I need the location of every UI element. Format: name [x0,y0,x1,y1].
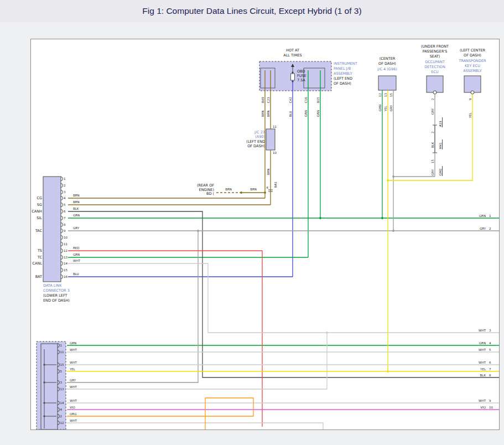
jc23-code: (A90) [255,134,265,139]
ba1-pin-number: 6 [267,186,269,189]
junction-dot-yel-row [387,370,389,372]
occupant-pin-terminal [433,91,437,94]
dlc3-wirecolor-canh: BLK [73,207,79,210]
transponder-name-3: ASSEMBLY [463,69,482,73]
bottom-wirecolor: GRY [70,379,76,382]
hot-at-label: HOT AT [286,48,299,53]
bottom-wirecolor: GRN [70,341,76,345]
occupant-location-2: PASSENGER'S [423,49,448,54]
junction-dot-wht-row [326,332,328,334]
jb-wirecolor-2: BRN [267,110,270,117]
bottom-pin-num: 1 [60,344,63,347]
dlc3-signal-tac: TAC [35,229,43,233]
bottom-pin-num: 5 [60,370,63,373]
jb-wirecolor-1: BRN [261,110,264,117]
dlc3-wirecolor-tac: GRY [73,226,80,230]
wire-canl [68,263,499,333]
dlc3-pin [61,184,63,188]
dlc3-pin-num: 7 [64,216,66,220]
connector-a19-label: A19 [439,121,442,127]
jc4-box [378,76,396,90]
edge-wirecolor: GRN [479,341,486,345]
junction-dot-tac-jc4 [392,230,394,232]
dlc3-pin-num: 13 [64,256,67,259]
junction-dot-bd [240,192,242,194]
edge-wirecolor: WHT [479,399,486,402]
jb-pin-b15: B15 [316,97,320,103]
dlc3-pin [61,236,63,240]
diagram-canvas: HOT AT ALL TIMES OBD FUSE 7.5A INSTRUMEN… [30,39,500,430]
dlc3-pin-num: 11 [64,242,67,246]
dlc3-wirecolor-sg: BRN [73,200,80,204]
edge-wirecolor: GRY [480,227,486,230]
bottom-pin-num: 11 [60,350,64,354]
jb-pin-c42: C42 [289,97,292,103]
connector-gm2-label: GM2 [439,168,442,175]
dlc3-pin [61,256,63,260]
occupant-seg2-color: BLK [431,142,434,148]
jc4-pin-3-num: 15 [389,93,393,97]
occupant-seg3-color: GRY [431,169,434,175]
bottom-pin-num: 14 [60,401,64,405]
bus-junction-dot [43,402,45,404]
junction-dot-occupant [392,175,394,178]
edge-number: 2 [489,227,491,230]
bottom-wirecolor: WHT [70,361,77,364]
dlc3-pin-num: 16 [64,275,67,278]
dlc3-pin [61,216,63,220]
bottom-pin-num: 3 [60,381,63,384]
jb-wirecolor-3: BLU [289,111,292,117]
data-link-connector-3: 1 2 3 4 5 6 7 8 9 10 11 12 13 14 15 16 C… [32,177,80,303]
jb-name-2: PANEL J/B [334,66,351,71]
wire-bottom-wht-13 [67,333,327,389]
dlc3-pin [61,177,63,181]
dlc3-wirecolor-sil: GRN [73,214,80,217]
jc4-pin-2-color: YEL [384,105,387,112]
junction-dot-sil-b15 [319,217,321,219]
wire-bottom-gry [67,231,198,382]
dlc3-name-2: CONNECTOR 3 [43,288,70,293]
bus-junction-dot [43,415,45,417]
jb-name-1: INSTRUMENT [334,61,357,66]
dlc3-signal-canl: CANL [33,261,43,266]
dlc3-wirecolor-bat: BLU [73,272,79,276]
dlc3-pin-num: 6 [64,210,66,213]
junction-dot-tac-bottom [197,230,199,232]
edge-number: 8 [489,374,491,377]
dlc3-pin [61,196,63,200]
dlc3-pin-num: 5 [64,203,66,206]
dlc3-location-2: END OF DASH) [43,298,70,303]
dlc3-signal-bat: BAT [35,275,42,279]
bottom-pin-num: 4 [60,408,63,411]
edge-wirecolor: WHT [479,348,486,351]
dlc3-wirecolor-canl: WHT [73,259,81,262]
edge-wirecolor: WHT [479,329,486,332]
occupant-name-3: ECU [431,70,439,74]
bottom-wirecolor: WHT [70,348,77,351]
dlc3-pin-num: 15 [64,268,67,272]
bd-wirecolor-1: BRN [225,188,232,191]
dlc3-box [43,177,61,282]
jb-pin-c16: C16 [304,97,308,103]
jb-wirecolor-5: GRN [316,110,320,117]
edge-number: 1 [489,214,491,218]
bd-wirecolor-2: BRN [250,188,257,191]
wiring-diagram: HOT AT ALL TIMES OBD FUSE 7.5A INSTRUMEN… [31,39,499,430]
occupant-pin3-num: 15 [431,159,434,163]
ba1-connector-label: BA1 [274,182,277,188]
right-edge-labels: GRN 1 GRY 2 WHT 3 GRN 4 WHT 5 WHT 6 YEL … [479,214,493,409]
transponder-pin-terminal [471,91,474,94]
dlc3-signal-tc: TC [37,255,43,260]
edge-number: 5 [489,348,491,351]
transponder-location-2: OF DASH) [464,53,481,58]
bottom-wirecolor: WHT [70,419,77,422]
dlc3-pin-num: 4 [64,196,66,200]
dlc3-pin-num: 10 [64,236,67,239]
bus-junction-dot [43,381,45,384]
jc4-location-2: OF DASH) [378,61,396,66]
jc23-box [266,129,275,150]
dlc3-pin [61,203,63,207]
jc4-name: J/C 4 (G96) [377,67,397,71]
fuse-type: FUSE [297,74,306,78]
dlc3-signal-ts: TS [37,249,42,253]
